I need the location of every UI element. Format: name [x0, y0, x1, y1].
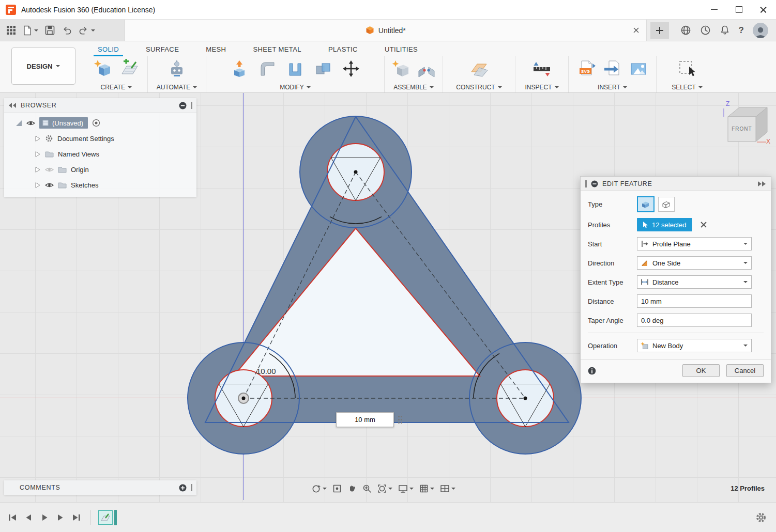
measure-icon[interactable] [532, 59, 552, 79]
redo-button[interactable] [79, 25, 95, 36]
help-icon[interactable]: ? [739, 25, 744, 36]
timeline-sketch-feature[interactable] [98, 510, 113, 525]
timeline-settings-gear-icon[interactable] [755, 512, 767, 523]
tab-sheet-metal[interactable]: SHEET METAL [251, 45, 303, 53]
create-sketch-icon[interactable] [120, 59, 140, 79]
create-form-icon[interactable] [93, 59, 113, 79]
visibility-eye-icon[interactable] [45, 182, 54, 189]
dialog-detach-icon[interactable] [757, 181, 766, 187]
insert-menu-button[interactable]: INSERT [569, 82, 656, 92]
grid-snap-button[interactable] [417, 481, 436, 496]
visibility-off-eye-icon[interactable] [45, 166, 54, 173]
app-grid-icon[interactable] [6, 25, 16, 35]
info-icon[interactable] [588, 367, 596, 375]
create-menu-button[interactable]: CREATE [85, 82, 147, 92]
timeline-go-to-start-button[interactable] [5, 511, 19, 524]
browser-resize-grip[interactable] [191, 102, 192, 109]
dialog-collapse-icon[interactable] [591, 180, 598, 187]
file-menu-button[interactable] [23, 25, 38, 36]
extent-type-dropdown[interactable]: Distance [637, 275, 752, 289]
extrude-solid-type-button[interactable] [637, 196, 655, 212]
assemble-menu-button[interactable]: ASSEMBLE [385, 82, 443, 92]
select-icon[interactable] [677, 59, 697, 79]
minimize-button[interactable] [702, 0, 726, 19]
insert-svg-icon[interactable]: SVG [577, 59, 596, 78]
save-icon[interactable] [45, 25, 55, 35]
automate-icon[interactable] [167, 59, 187, 79]
clear-profiles-icon[interactable] [701, 222, 707, 228]
construction-plane-icon[interactable] [469, 59, 489, 79]
expander-icon[interactable] [34, 151, 41, 158]
move-copy-icon[interactable] [342, 59, 360, 78]
workspace-switcher[interactable]: DESIGN [11, 48, 75, 85]
distance-manipulator-input[interactable] [336, 412, 394, 427]
zoom-button[interactable] [360, 481, 374, 496]
tab-utilities[interactable]: UTILITIES [383, 45, 419, 53]
add-comment-icon[interactable] [179, 484, 187, 492]
cancel-button[interactable]: Cancel [726, 364, 764, 377]
inspect-menu-button[interactable]: INSPECT [515, 82, 568, 92]
operation-dropdown[interactable]: New Body [637, 339, 752, 352]
ok-button[interactable]: OK [682, 364, 720, 377]
timeline-go-to-end-button[interactable] [69, 511, 83, 524]
browser-item-named-views[interactable]: Named Views [8, 146, 192, 162]
browser-item-origin[interactable]: Origin [8, 162, 192, 177]
combine-icon[interactable] [314, 59, 332, 78]
timeline-step-forward-button[interactable] [53, 511, 67, 524]
visibility-eye-icon[interactable] [26, 120, 35, 127]
timeline-step-back-button[interactable] [21, 511, 35, 524]
browser-item-document-settings[interactable]: Document Settings [8, 131, 192, 146]
distance-input[interactable] [637, 294, 752, 308]
tab-solid[interactable]: SOLID [96, 45, 120, 53]
activate-component-icon[interactable] [92, 119, 100, 127]
dialog-grip[interactable] [585, 180, 587, 187]
orbit-button[interactable] [309, 481, 329, 496]
expander-icon[interactable] [34, 135, 41, 142]
browser-item-sketches[interactable]: Sketches [8, 177, 192, 193]
joint-icon[interactable] [417, 59, 436, 78]
globe-icon[interactable] [680, 25, 691, 36]
extrude-thin-type-button[interactable] [658, 197, 675, 212]
tab-plastic[interactable]: PLASTIC [327, 45, 359, 53]
timeline-play-button[interactable] [37, 511, 51, 524]
collapse-browser-icon[interactable] [8, 102, 17, 108]
modify-menu-button[interactable]: MODIFY [206, 82, 384, 92]
tab-mesh[interactable]: MESH [204, 45, 227, 53]
browser-root-item[interactable]: (Unsaved) [8, 115, 192, 131]
fit-button[interactable] [375, 481, 394, 496]
automate-menu-button[interactable]: AUTOMATE [148, 82, 206, 92]
fillet-icon[interactable] [258, 59, 277, 78]
canvas-image-icon[interactable] [629, 59, 648, 78]
expander-icon[interactable] [34, 182, 41, 189]
select-menu-button[interactable]: SELECT [657, 82, 718, 92]
display-settings-button[interactable] [396, 481, 416, 496]
shell-icon[interactable] [286, 59, 305, 78]
undo-icon[interactable] [62, 25, 72, 36]
maximize-button[interactable] [726, 0, 751, 19]
press-pull-icon[interactable] [230, 59, 249, 78]
close-button[interactable] [751, 0, 776, 19]
taper-angle-input[interactable] [637, 314, 752, 327]
construct-menu-button[interactable]: CONSTRUCT [443, 82, 515, 92]
job-status-clock-icon[interactable] [700, 25, 711, 36]
expander-icon[interactable] [34, 166, 41, 173]
direction-dropdown[interactable]: One Side [637, 256, 752, 270]
insert-derive-icon[interactable] [603, 59, 622, 78]
viewports-button[interactable] [438, 481, 458, 496]
tab-surface[interactable]: SURFACE [144, 45, 180, 53]
new-tab-button[interactable] [650, 22, 669, 39]
avatar[interactable] [753, 23, 768, 38]
manipulator-drag-handle-icon[interactable] [398, 415, 403, 425]
profiles-selected-button[interactable]: 12 selected [637, 218, 692, 231]
comments-resize-grip[interactable] [191, 484, 192, 491]
timeline-position-marker[interactable] [114, 510, 117, 525]
viewcube-face-label[interactable]: FRONT [732, 126, 752, 132]
close-tab-icon[interactable] [633, 27, 639, 33]
dialog-header[interactable]: EDIT FEATURE [581, 177, 771, 191]
notifications-bell-icon[interactable] [720, 25, 730, 36]
browser-collapse-all-icon[interactable] [179, 102, 187, 109]
document-tab[interactable]: Untitled* [125, 20, 647, 41]
pan-button[interactable] [345, 481, 359, 496]
new-component-icon[interactable] [391, 59, 410, 78]
viewcube[interactable]: FRONT Z X [719, 99, 772, 151]
